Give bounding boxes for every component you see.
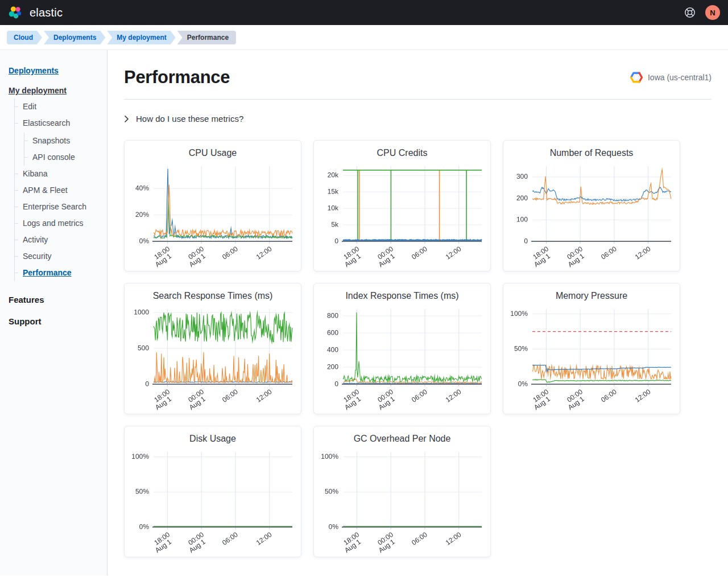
cpu-credits-chart — [318, 159, 486, 268]
metrics-help-toggle[interactable]: How do I use these metrics? — [124, 114, 243, 124]
sidebar-item-my-deployment[interactable]: My deployment — [9, 86, 67, 95]
breadcrumb-item-performance: Performance — [177, 31, 236, 44]
sidebar-item-kibana[interactable]: Kibana — [15, 166, 101, 182]
sidebar-item-apm-fleet[interactable]: APM & Fleet — [15, 182, 101, 199]
gc-overhead-per-node-chart — [318, 445, 486, 553]
index-response-times-ms-chart — [318, 302, 486, 410]
breadcrumb-item-cloud[interactable]: Cloud — [7, 31, 42, 44]
chart-title-cpu-credits: CPU Credits — [314, 148, 490, 158]
chart-title-disk-usage: Disk Usage — [125, 434, 301, 444]
disk-usage-chart — [129, 445, 297, 553]
sidebar-bottom-links: FeaturesSupport — [9, 295, 101, 326]
top-navbar: elastic N — [0, 0, 728, 25]
breadcrumb-item-my-deployment[interactable]: My deployment — [107, 31, 175, 44]
chart-title-search-response-times-ms: Search Response Times (ms) — [125, 291, 301, 301]
gcp-logo-icon — [630, 72, 643, 83]
chart-card-number-of-requests: Number of Requests — [503, 140, 680, 271]
elastic-brand[interactable]: elastic — [8, 5, 63, 20]
sidebar-item-performance[interactable]: Performance — [15, 265, 101, 281]
header-divider — [124, 99, 712, 100]
region-indicator: Iowa (us-central1) — [630, 72, 712, 83]
sidebar-tree: EditElasticsearchSnapshotsAPI consoleKib… — [14, 98, 101, 281]
chart-card-cpu-usage: CPU Usage — [124, 140, 301, 271]
help-icon[interactable] — [684, 6, 696, 19]
chart-card-memory-pressure: Memory Pressure — [503, 283, 680, 414]
brand-text: elastic — [30, 6, 63, 19]
sidebar-item-deployments[interactable]: Deployments — [9, 66, 59, 75]
sidebar-item-api-console[interactable]: API console — [24, 149, 101, 166]
chart-card-cpu-credits: CPU Credits — [313, 140, 491, 271]
sidebar-item-activity[interactable]: Activity — [15, 232, 101, 248]
chart-card-index-response-times-ms: Index Response Times (ms) — [313, 283, 491, 414]
memory-pressure-chart — [507, 302, 676, 410]
chart-title-cpu-usage: CPU Usage — [125, 148, 301, 158]
sidebar: Deployments My deployment EditElasticsea… — [0, 50, 107, 575]
breadcrumb: CloudDeploymentsMy deploymentPerformance — [0, 25, 728, 50]
page-title: Performance — [124, 67, 230, 88]
sidebar-subtree-elasticsearch: SnapshotsAPI console — [24, 133, 101, 166]
chart-title-index-response-times-ms: Index Response Times (ms) — [314, 291, 490, 301]
cpu-usage-chart — [129, 159, 297, 268]
region-label: Iowa (us-central1) — [648, 73, 712, 82]
main-content: Performance Iowa (us-central1) — [107, 50, 728, 575]
chart-title-gc-overhead-per-node: GC Overhead Per Node — [314, 434, 490, 444]
user-avatar[interactable]: N — [705, 5, 720, 20]
chart-title-number-of-requests: Number of Requests — [503, 148, 680, 158]
breadcrumb-item-deployments[interactable]: Deployments — [44, 31, 105, 44]
metrics-help-label: How do I use these metrics? — [136, 114, 243, 124]
number-of-requests-chart — [507, 159, 676, 268]
sidebar-item-features[interactable]: Features — [9, 295, 101, 305]
chart-card-gc-overhead-per-node: GC Overhead Per Node — [313, 426, 491, 557]
elastic-logo-icon — [8, 5, 23, 20]
search-response-times-ms-chart — [129, 302, 297, 410]
sidebar-item-security[interactable]: Security — [15, 248, 101, 265]
sidebar-item-edit[interactable]: Edit — [15, 98, 101, 115]
charts-grid: CPU UsageCPU CreditsNumber of RequestsSe… — [124, 140, 712, 557]
sidebar-item-snapshots[interactable]: Snapshots — [24, 133, 101, 149]
chart-card-search-response-times-ms: Search Response Times (ms) — [124, 283, 301, 414]
chart-title-memory-pressure: Memory Pressure — [503, 291, 680, 301]
sidebar-item-logs-and-metrics[interactable]: Logs and metrics — [15, 215, 101, 232]
sidebar-item-enterprise-search[interactable]: Enterprise Search — [15, 199, 101, 215]
sidebar-item-support[interactable]: Support — [9, 316, 101, 326]
sidebar-item-elasticsearch[interactable]: Elasticsearch — [15, 115, 101, 131]
chart-card-disk-usage: Disk Usage — [124, 426, 301, 557]
chevron-right-icon — [124, 115, 129, 123]
